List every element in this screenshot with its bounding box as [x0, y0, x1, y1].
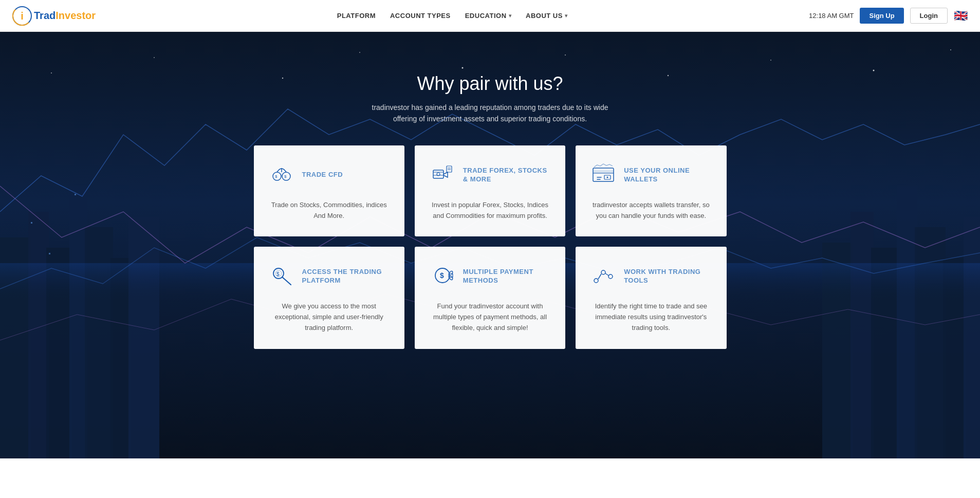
- hero-content: Why pair with us? tradinvestor has gaine…: [362, 32, 619, 145]
- svg-text:$: $: [284, 174, 287, 179]
- cards-row-2: $ ACCESS THE TRADING PLATFORM We give yo…: [254, 247, 727, 348]
- card-desc-3: tradinvestor accepts wallets transfer, s…: [590, 200, 712, 222]
- svg-point-57: [594, 279, 598, 283]
- hero-subtitle: tradinvestor has gained a leading reputa…: [362, 102, 619, 125]
- cards-section: $ $ TRADE CFD Trade on Stocks, Commoditi…: [244, 145, 737, 359]
- education-dropdown-arrow: ▾: [509, 13, 512, 19]
- cards-row-1: $ $ TRADE CFD Trade on Stocks, Commoditi…: [254, 145, 727, 237]
- tools-icon: [590, 262, 617, 291]
- nav-about-us[interactable]: ABOUT US ▾: [526, 12, 567, 20]
- svg-rect-37: [433, 170, 443, 178]
- svg-point-58: [601, 270, 605, 274]
- svg-rect-45: [593, 170, 614, 173]
- card-header-6: WORK WITH TRADING TOOLS: [590, 262, 712, 291]
- card-title-4: ACCESS THE TRADING PLATFORM: [302, 268, 390, 285]
- card-trade-forex: TRADE FOREX, STOCKS & MORE Invest in pop…: [415, 145, 565, 237]
- card-payment: $ $ MULTIPLE PAYMENT METHODS Fund your t…: [415, 247, 565, 348]
- svg-rect-41: [447, 166, 452, 172]
- hero-title: Why pair with us?: [362, 73, 619, 95]
- card-title-5: MULTIPLE PAYMENT METHODS: [463, 268, 551, 285]
- card-desc-5: Fund your tradinvestor account with mult…: [429, 301, 551, 333]
- svg-point-48: [607, 176, 608, 178]
- svg-line-50: [282, 277, 291, 285]
- card-tools: WORK WITH TRADING TOOLS Identify the rig…: [576, 247, 726, 348]
- payment-icon: $ $: [429, 262, 456, 291]
- platform-icon: $: [268, 262, 295, 291]
- cfd-icon: $ $: [268, 161, 295, 190]
- forex-icon: [429, 161, 456, 190]
- card-header-2: TRADE FOREX, STOCKS & MORE: [429, 161, 551, 190]
- nav-education[interactable]: EDUCATION ▾: [465, 12, 511, 20]
- card-platform: $ ACCESS THE TRADING PLATFORM We give yo…: [254, 247, 404, 348]
- svg-text:i: i: [21, 10, 24, 22]
- nav-platform[interactable]: PLATFORM: [337, 12, 376, 20]
- main-nav: PLATFORM ACCOUNT TYPES EDUCATION ▾ ABOUT…: [337, 12, 568, 20]
- card-header-1: $ $ TRADE CFD: [268, 161, 343, 190]
- card-wallets: USE YOUR ONLINE WALLETS tradinvestor acc…: [576, 145, 726, 237]
- svg-text:$: $: [275, 174, 278, 179]
- card-title-3: USE YOUR ONLINE WALLETS: [624, 167, 712, 184]
- card-desc-1: Trade on Stocks, Commodities, indices An…: [268, 200, 390, 222]
- card-title-2: TRADE FOREX, STOCKS & MORE: [463, 167, 551, 184]
- card-desc-6: Identify the right time to trade and see…: [590, 301, 712, 333]
- svg-text:$: $: [276, 271, 280, 277]
- language-flag[interactable]: 🇬🇧: [954, 9, 968, 23]
- card-header-3: USE YOUR ONLINE WALLETS: [590, 161, 712, 190]
- card-header-5: $ $ MULTIPLE PAYMENT METHODS: [429, 262, 551, 291]
- svg-point-59: [608, 274, 613, 279]
- login-button[interactable]: Login: [910, 8, 948, 24]
- time-display: 12:18 AM GMT: [809, 12, 854, 20]
- wallet-icon: [590, 161, 617, 190]
- card-desc-4: We give you access to the most exception…: [268, 301, 390, 333]
- card-desc-2: Invest in popular Forex, Stocks, Indices…: [429, 200, 551, 222]
- about-dropdown-arrow: ▾: [565, 13, 568, 19]
- header-right: 12:18 AM GMT Sign Up Login 🇬🇧: [809, 8, 968, 24]
- card-trade-cfd: $ $ TRADE CFD Trade on Stocks, Commoditi…: [254, 145, 404, 237]
- nav-account-types[interactable]: ACCOUNT TYPES: [390, 12, 451, 20]
- logo-icon: i: [12, 6, 32, 26]
- svg-line-61: [605, 273, 608, 275]
- svg-line-60: [598, 274, 601, 279]
- signup-button[interactable]: Sign Up: [860, 8, 903, 24]
- svg-text:$: $: [440, 271, 444, 280]
- logo-text: TradInvestor: [34, 10, 96, 22]
- hero-section: Why pair with us? tradinvestor has gaine…: [0, 32, 980, 458]
- card-title-6: WORK WITH TRADING TOOLS: [624, 268, 712, 285]
- site-header: i TradInvestor PLATFORM ACCOUNT TYPES ED…: [0, 0, 980, 32]
- logo[interactable]: i TradInvestor: [12, 6, 96, 26]
- card-header-4: $ ACCESS THE TRADING PLATFORM: [268, 262, 390, 291]
- card-title-1: TRADE CFD: [302, 171, 343, 179]
- svg-text:$: $: [450, 274, 452, 278]
